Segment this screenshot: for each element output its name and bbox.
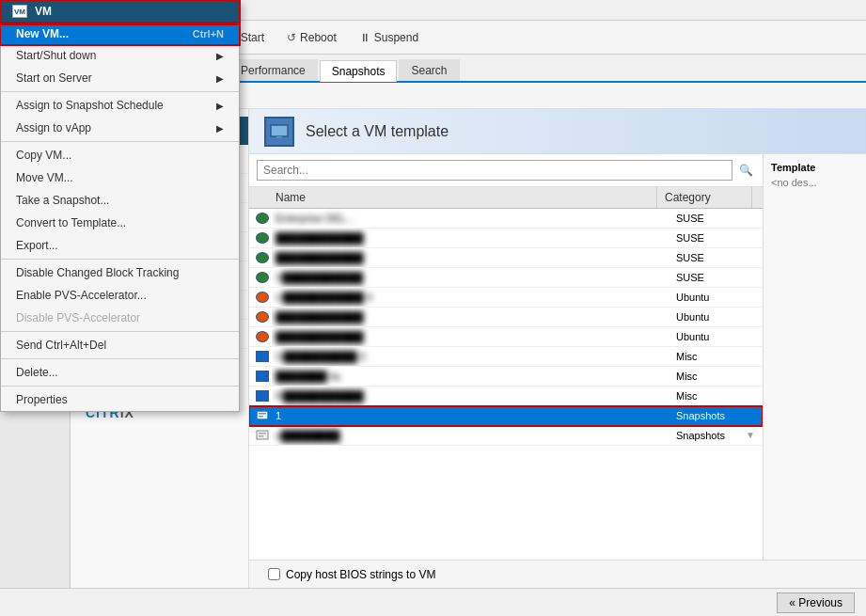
cm-send-ctrl-alt-label: Send Ctrl+Alt+Del: [16, 339, 106, 352]
table-row[interactable]: ███████ lia Misc: [249, 367, 763, 387]
tab-snapshots[interactable]: Snapshots: [320, 60, 398, 82]
cm-start-server[interactable]: Start on Server ▶: [1, 67, 239, 89]
svg-rect-3: [259, 413, 266, 415]
cm-convert-template[interactable]: Convert to Template...: [1, 212, 239, 234]
vm-template-header: Select a VM template: [249, 109, 866, 154]
cm-copy-vm[interactable]: Copy VM...: [1, 144, 239, 166]
cm-arrow-icon3: ▶: [216, 101, 224, 111]
table-row[interactable]: U███████████ 4 Ubuntu: [249, 288, 763, 308]
row-name: 1: [272, 406, 669, 425]
cm-enable-pvs[interactable]: Enable PVS-Accelerator...: [1, 284, 239, 307]
cm-separator3: [1, 259, 239, 260]
table-row[interactable]: e████████ Snapshots ▼: [249, 426, 763, 446]
cm-delete[interactable]: Delete...: [1, 361, 239, 384]
row-category: Ubuntu: [669, 327, 763, 346]
vm-template-icon: [264, 117, 294, 147]
search-icon[interactable]: 🔍: [736, 161, 755, 180]
svg-rect-6: [259, 433, 266, 434]
row-icon-ubuntu2: [253, 308, 272, 326]
row-icon-suse4: [253, 268, 272, 287]
cm-send-ctrl-alt[interactable]: Send Ctrl+Alt+Del: [1, 334, 239, 356]
row-name: e████████: [272, 426, 669, 445]
cm-export-label: Export...: [16, 239, 58, 252]
cm-move-vm-label: Move VM...: [16, 171, 73, 184]
table-row[interactable]: ████████████ SUSE: [249, 248, 763, 268]
cm-move-vm[interactable]: Move VM...: [1, 166, 239, 189]
cm-export[interactable]: Export...: [1, 234, 239, 257]
row-icon-ubuntu1: [253, 288, 272, 307]
row-category: SUSE: [669, 268, 763, 287]
svg-rect-2: [257, 411, 268, 419]
col-header-name: Name: [268, 187, 657, 208]
cm-assign-vapp[interactable]: Assign to vApp ▶: [1, 117, 239, 139]
row-name: G██████████ 0: [272, 347, 669, 366]
cm-arrow-icon: ▶: [216, 51, 224, 61]
cm-arrow-icon4: ▶: [216, 123, 224, 134]
row-name: ███████ lia: [272, 367, 669, 386]
search-bar: 🔍: [249, 154, 763, 187]
row-name: ████████████: [272, 308, 669, 326]
row-icon-snapshot2: [253, 426, 272, 445]
row-category: SUSE: [669, 229, 763, 247]
svg-rect-1: [276, 136, 282, 138]
row-name: ████████████: [272, 327, 669, 346]
search-input[interactable]: [257, 160, 732, 181]
copy-bios-label: Copy host BIOS strings to VM: [286, 568, 435, 581]
cm-new-vm[interactable]: New VM... Ctrl+N: [1, 24, 239, 44]
previous-button[interactable]: « Previous: [777, 592, 855, 613]
cm-separator2: [1, 141, 239, 142]
row-name: S███████████: [272, 268, 669, 287]
cm-take-snapshot[interactable]: Take a Snapshot...: [1, 189, 239, 212]
table-row[interactable]: Enterprise DEL... SUSE: [249, 209, 763, 229]
cm-start-shutdown-label: Start/Shut down: [16, 49, 96, 62]
cm-start-server-label: Start on Server: [16, 71, 92, 85]
cm-separator4: [1, 331, 239, 332]
svg-rect-4: [259, 416, 263, 418]
row-category: Misc: [669, 387, 763, 405]
template-table-area: 🔍 Name Category: [249, 154, 866, 560]
reboot-icon: ↺: [287, 31, 296, 44]
cm-arrow-icon2: ▶: [216, 73, 224, 84]
table-row[interactable]: R███████████ Misc: [249, 387, 763, 406]
cm-properties[interactable]: Properties: [1, 388, 239, 411]
cm-take-snapshot-label: Take a Snapshot...: [16, 194, 109, 207]
row-icon-misc3: [253, 387, 272, 405]
row-category: SUSE: [669, 209, 763, 228]
table-header: Name Category: [249, 187, 763, 209]
row-category: Ubuntu: [669, 308, 763, 326]
row-category: Snapshots ▼: [669, 426, 763, 445]
context-menu: VM VM New VM... Ctrl+N Start/Shut down ▶…: [0, 0, 240, 412]
cm-separator6: [1, 386, 239, 387]
row-category: Ubuntu: [669, 288, 763, 307]
row-icon-misc1: [253, 347, 272, 366]
row-category: SUSE: [669, 248, 763, 267]
row-icon-misc2: [253, 367, 272, 386]
suspend-button[interactable]: ⏸ Suspend: [352, 28, 426, 47]
tab-search[interactable]: Search: [399, 59, 459, 81]
cm-delete-label: Delete...: [16, 366, 58, 379]
reboot-button[interactable]: ↺ Reboot: [279, 28, 344, 47]
wizard-bottom: Copy host BIOS strings to VM: [249, 560, 866, 588]
row-category: Misc: [669, 347, 763, 366]
table-row[interactable]: ████████████ SUSE: [249, 229, 763, 248]
wizard-content: Select a VM template 🔍 Name: [249, 109, 866, 588]
table-row[interactable]: G██████████ 0 Misc: [249, 347, 763, 367]
cm-disable-cbt[interactable]: Disable Changed Block Tracking: [1, 261, 239, 284]
row-category: Snapshots: [669, 406, 763, 425]
row-icon-suse3: [253, 248, 272, 267]
tab-performance[interactable]: Performance: [228, 59, 318, 81]
bottom-bar: « Previous: [0, 588, 866, 616]
cm-assign-snapshot[interactable]: Assign to Snapshot Schedule ▶: [1, 94, 239, 117]
table-row-selected[interactable]: 1 Snapshots: [249, 406, 763, 426]
table-row[interactable]: ████████████ Ubuntu: [249, 308, 763, 327]
cm-start-shutdown[interactable]: Start/Shut down ▶: [1, 44, 239, 67]
context-menu-header: VM VM: [1, 1, 239, 24]
row-icon-suse2: [253, 229, 272, 247]
table-row[interactable]: ████████████ Ubuntu: [249, 327, 763, 347]
table-row[interactable]: S███████████ SUSE: [249, 268, 763, 288]
cm-assign-vapp-label: Assign to vApp: [16, 121, 91, 134]
cm-separator5: [1, 358, 239, 359]
cm-separator1: [1, 91, 239, 92]
row-icon-ubuntu3: [253, 327, 272, 346]
copy-bios-checkbox[interactable]: [268, 568, 280, 580]
